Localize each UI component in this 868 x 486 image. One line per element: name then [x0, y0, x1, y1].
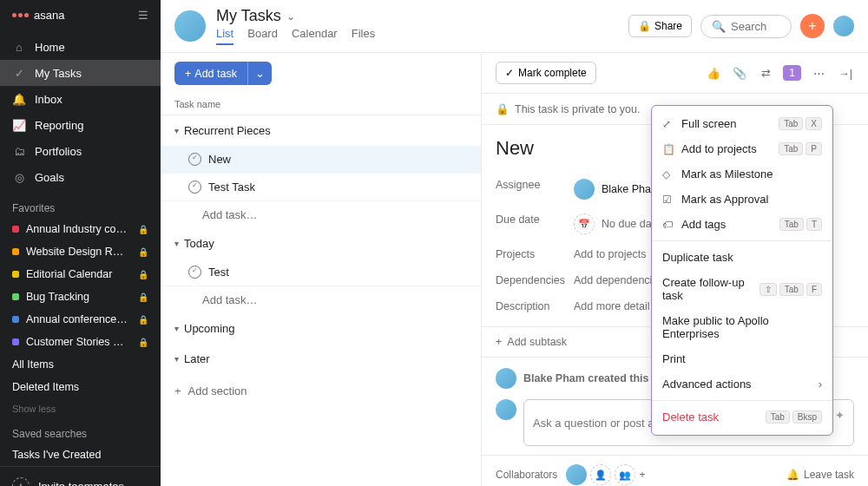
menu-approval[interactable]: ☑Mark as Approval — [652, 187, 832, 212]
tab-list[interactable]: List — [216, 27, 233, 45]
collaborator-avatar[interactable] — [566, 464, 587, 485]
expand-icon: ⤢ — [662, 118, 674, 130]
menu-make-public[interactable]: Make public to Apollo Enterprises — [652, 308, 832, 346]
menu-add-tags[interactable]: 🏷Add tagsTabT — [652, 212, 832, 237]
lock-icon: 🔒 — [138, 292, 148, 302]
saved-search-item[interactable]: Tasks I've Created — [0, 443, 161, 466]
saved-searches-heading: Saved searches — [0, 419, 161, 443]
favorite-item[interactable]: Editorial Calendar🔒 — [0, 263, 161, 286]
favorite-item[interactable]: Website Design R…🔒 — [0, 240, 161, 263]
subtask-icon[interactable]: ⇄ — [757, 67, 774, 80]
favorite-label: Website Design R… — [26, 246, 131, 258]
menu-followup[interactable]: Create follow-up task⇧TabF — [652, 270, 832, 308]
task-row[interactable]: New — [161, 146, 481, 174]
sidebar: asana ☰ ⌂Home ✓My Tasks 🔔Inbox 📈Reportin… — [0, 0, 161, 486]
section-later[interactable]: ▾Later — [161, 344, 481, 374]
invite-teammates[interactable]: + Invite teammates — [0, 466, 161, 486]
nav-my-tasks[interactable]: ✓My Tasks — [0, 60, 161, 86]
tab-files[interactable]: Files — [352, 27, 375, 45]
description-value[interactable]: Add more detail — [574, 300, 650, 312]
tab-calendar[interactable]: Calendar — [292, 27, 338, 45]
subtask-count-badge[interactable]: 1 — [783, 65, 801, 81]
add-collaborator-icon[interactable]: 👥 — [615, 464, 635, 485]
share-button[interactable]: 🔒Share — [628, 15, 692, 37]
check-circle-icon: ✓ — [12, 66, 26, 80]
search-icon: 🔍 — [712, 20, 726, 33]
folder-icon: 🗂 — [12, 144, 26, 158]
menu-print[interactable]: Print — [652, 346, 832, 371]
logo[interactable]: asana — [12, 9, 64, 22]
page-title[interactable]: My Tasks⌄ — [216, 7, 375, 25]
task-row[interactable]: Test — [161, 259, 481, 286]
add-task-inline[interactable]: Add task… — [161, 286, 481, 313]
assignee-value[interactable]: Blake Pham — [574, 179, 660, 200]
add-collaborator-button[interactable]: + — [639, 469, 645, 481]
check-icon: ✓ — [505, 67, 514, 79]
more-actions-menu: ⤢Full screenTabX 📋Add to projectsTabP ◇M… — [651, 105, 833, 436]
favorite-label: Bug Tracking — [26, 291, 131, 303]
projects-label: Projects — [496, 248, 574, 260]
nav-inbox[interactable]: 🔔Inbox — [0, 86, 161, 112]
complete-toggle[interactable] — [188, 266, 201, 279]
favorite-item[interactable]: Annual Industry co…🔒 — [0, 218, 161, 240]
favorite-label: Editorial Calendar — [26, 268, 131, 280]
search-box[interactable]: 🔍 — [700, 15, 792, 38]
all-items[interactable]: All Items — [0, 353, 161, 376]
add-section-button[interactable]: +Add section — [161, 374, 481, 408]
complete-toggle[interactable] — [188, 153, 201, 166]
chart-icon: 📈 — [12, 118, 26, 132]
task-list-pane: +Add task ⌄ Task name ▾Recurrent Pieces … — [161, 53, 482, 486]
attachment-icon[interactable]: 📎 — [731, 67, 748, 80]
tag-icon: 🏷 — [662, 219, 674, 231]
lock-icon: 🔒 — [138, 338, 148, 347]
global-add-button[interactable]: + — [800, 14, 825, 38]
favorite-item[interactable]: Bug Tracking🔒 — [0, 286, 161, 308]
nav-goals[interactable]: ◎Goals — [0, 164, 161, 190]
dependencies-label: Dependencies — [496, 274, 574, 286]
add-task-button[interactable]: +Add task — [174, 62, 247, 85]
search-input[interactable] — [731, 20, 780, 33]
task-detail-pane: ✓Mark complete 👍 📎 ⇄ 1 ⋯ →| 🔒This task i… — [482, 53, 868, 486]
caret-icon: ▾ — [174, 354, 179, 364]
nav-home[interactable]: ⌂Home — [0, 34, 161, 60]
menu-milestone[interactable]: ◇Mark as Milestone — [652, 161, 832, 187]
caret-icon: ▾ — [174, 239, 179, 248]
more-actions-button[interactable]: ⋯ — [810, 65, 828, 82]
nav-portfolios[interactable]: 🗂Portfolios — [0, 138, 161, 164]
leave-task-button[interactable]: 🔔Leave task — [786, 469, 854, 481]
star-icon[interactable]: ✦ — [835, 409, 845, 422]
add-task-dropdown[interactable]: ⌄ — [247, 62, 272, 85]
favorites-heading: Favorites — [0, 194, 161, 218]
menu-delete[interactable]: Delete taskTabBksp — [652, 404, 832, 430]
mark-complete-button[interactable]: ✓Mark complete — [496, 62, 596, 84]
user-avatar[interactable] — [174, 10, 206, 42]
project-color-dot — [12, 316, 19, 323]
deleted-items[interactable]: Deleted Items — [0, 376, 161, 398]
favorite-item[interactable]: Customer Stories …🔒 — [0, 331, 161, 353]
tab-board[interactable]: Board — [247, 27, 278, 45]
close-panel-icon[interactable]: →| — [837, 67, 854, 80]
description-label: Description — [496, 300, 574, 312]
section-recurrent[interactable]: ▾Recurrent Pieces — [161, 115, 481, 146]
projects-value[interactable]: Add to projects — [574, 248, 646, 260]
menu-full-screen[interactable]: ⤢Full screenTabX — [652, 111, 832, 136]
project-color-dot — [12, 248, 19, 255]
favorite-item[interactable]: Annual conference…🔒 — [0, 308, 161, 331]
bell-icon: 🔔 — [12, 92, 26, 106]
section-upcoming[interactable]: ▾Upcoming — [161, 313, 481, 344]
add-collaborator-icon[interactable]: 👤 — [590, 464, 611, 485]
approval-icon: ☑ — [662, 194, 674, 206]
menu-advanced[interactable]: Advanced actions› — [652, 371, 832, 397]
profile-avatar[interactable] — [833, 16, 854, 36]
like-icon[interactable]: 👍 — [705, 67, 722, 80]
menu-toggle-icon[interactable]: ☰ — [138, 9, 148, 22]
complete-toggle[interactable] — [188, 181, 201, 194]
menu-add-projects[interactable]: 📋Add to projectsTabP — [652, 136, 832, 161]
nav-reporting[interactable]: 📈Reporting — [0, 112, 161, 138]
add-task-inline[interactable]: Add task… — [161, 201, 481, 228]
menu-duplicate[interactable]: Duplicate task — [652, 245, 832, 270]
section-today[interactable]: ▾Today — [161, 228, 481, 259]
task-row[interactable]: Test Task — [161, 174, 481, 201]
due-date-value[interactable]: 📅No due date — [574, 213, 661, 234]
show-less[interactable]: Show less — [0, 398, 161, 419]
